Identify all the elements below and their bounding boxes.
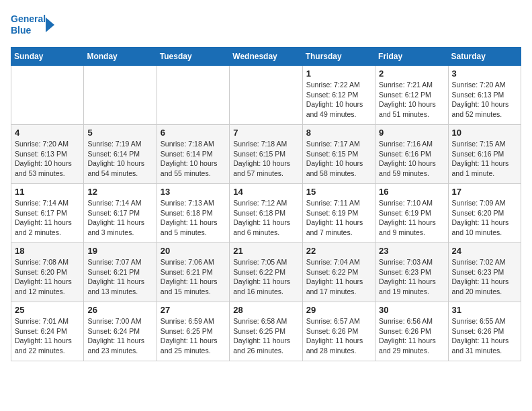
day-info: Sunrise: 7:20 AMSunset: 6:13 PMDaylight:… bbox=[452, 80, 517, 120]
calendar-cell: 19Sunrise: 7:07 AMSunset: 6:21 PMDayligh… bbox=[84, 243, 157, 302]
header-cell-saturday: Saturday bbox=[448, 48, 521, 66]
day-info: Sunrise: 7:09 AMSunset: 6:20 PMDaylight:… bbox=[452, 198, 517, 238]
day-number: 15 bbox=[306, 187, 371, 197]
calendar-cell: 5Sunrise: 7:19 AMSunset: 6:14 PMDaylight… bbox=[84, 125, 157, 184]
day-number: 14 bbox=[233, 187, 298, 197]
calendar-cell: 31Sunrise: 6:55 AMSunset: 6:26 PMDayligh… bbox=[448, 302, 521, 361]
calendar-cell: 4Sunrise: 7:20 AMSunset: 6:13 PMDaylight… bbox=[11, 125, 84, 184]
calendar-cell: 17Sunrise: 7:09 AMSunset: 6:20 PMDayligh… bbox=[448, 184, 521, 243]
day-info: Sunrise: 7:16 AMSunset: 6:16 PMDaylight:… bbox=[379, 139, 444, 179]
day-number: 30 bbox=[379, 305, 444, 315]
day-info: Sunrise: 7:14 AMSunset: 6:17 PMDaylight:… bbox=[15, 198, 80, 238]
calendar-body: 1Sunrise: 7:22 AMSunset: 6:12 PMDaylight… bbox=[11, 66, 521, 361]
day-info: Sunrise: 7:14 AMSunset: 6:17 PMDaylight:… bbox=[87, 198, 152, 238]
calendar-cell: 13Sunrise: 7:13 AMSunset: 6:18 PMDayligh… bbox=[157, 184, 229, 243]
day-info: Sunrise: 7:03 AMSunset: 6:23 PMDaylight:… bbox=[379, 257, 444, 297]
calendar-cell: 14Sunrise: 7:12 AMSunset: 6:18 PMDayligh… bbox=[230, 184, 302, 243]
svg-text:Blue: Blue bbox=[11, 25, 32, 36]
day-info: Sunrise: 7:18 AMSunset: 6:14 PMDaylight:… bbox=[161, 139, 226, 179]
calendar-cell: 16Sunrise: 7:10 AMSunset: 6:19 PMDayligh… bbox=[375, 184, 448, 243]
calendar-cell: 18Sunrise: 7:08 AMSunset: 6:20 PMDayligh… bbox=[11, 243, 84, 302]
day-info: Sunrise: 7:15 AMSunset: 6:16 PMDaylight:… bbox=[452, 139, 517, 179]
svg-text:General: General bbox=[11, 13, 46, 24]
day-number: 20 bbox=[161, 246, 226, 256]
day-number: 6 bbox=[161, 128, 226, 138]
page-header: GeneralBlue bbox=[11, 11, 521, 39]
day-info: Sunrise: 7:20 AMSunset: 6:13 PMDaylight:… bbox=[15, 139, 80, 179]
calendar-cell: 25Sunrise: 7:01 AMSunset: 6:24 PMDayligh… bbox=[11, 302, 84, 361]
day-number: 1 bbox=[306, 68, 371, 79]
day-info: Sunrise: 7:17 AMSunset: 6:15 PMDaylight:… bbox=[306, 139, 371, 179]
day-info: Sunrise: 7:01 AMSunset: 6:24 PMDaylight:… bbox=[15, 316, 80, 356]
calendar-cell: 21Sunrise: 7:05 AMSunset: 6:22 PMDayligh… bbox=[230, 243, 302, 302]
day-number: 12 bbox=[87, 187, 152, 197]
day-number: 19 bbox=[87, 246, 152, 256]
day-number: 16 bbox=[379, 187, 444, 197]
day-number: 8 bbox=[306, 128, 371, 138]
calendar-cell: 30Sunrise: 6:56 AMSunset: 6:26 PMDayligh… bbox=[375, 302, 448, 361]
calendar-table: SundayMondayTuesdayWednesdayThursdayFrid… bbox=[11, 47, 521, 361]
day-number: 24 bbox=[452, 246, 517, 256]
day-number: 21 bbox=[233, 246, 298, 256]
day-number: 22 bbox=[306, 246, 371, 256]
calendar-cell: 10Sunrise: 7:15 AMSunset: 6:16 PMDayligh… bbox=[448, 125, 521, 184]
day-number: 31 bbox=[452, 305, 517, 315]
header-cell-monday: Monday bbox=[84, 48, 157, 66]
day-info: Sunrise: 7:08 AMSunset: 6:20 PMDaylight:… bbox=[15, 257, 80, 297]
calendar-cell: 3Sunrise: 7:20 AMSunset: 6:13 PMDaylight… bbox=[448, 66, 521, 125]
day-number: 13 bbox=[161, 187, 226, 197]
day-info: Sunrise: 7:02 AMSunset: 6:23 PMDaylight:… bbox=[452, 257, 517, 297]
day-info: Sunrise: 7:19 AMSunset: 6:14 PMDaylight:… bbox=[87, 139, 152, 179]
calendar-cell: 29Sunrise: 6:57 AMSunset: 6:26 PMDayligh… bbox=[302, 302, 375, 361]
day-number: 10 bbox=[452, 128, 517, 138]
logo-svg: GeneralBlue bbox=[11, 11, 58, 39]
day-info: Sunrise: 7:06 AMSunset: 6:21 PMDaylight:… bbox=[161, 257, 226, 297]
calendar-cell: 22Sunrise: 7:04 AMSunset: 6:22 PMDayligh… bbox=[302, 243, 375, 302]
calendar-cell bbox=[84, 66, 157, 125]
day-number: 26 bbox=[87, 305, 152, 315]
calendar-cell: 7Sunrise: 7:18 AMSunset: 6:15 PMDaylight… bbox=[230, 125, 302, 184]
day-info: Sunrise: 7:10 AMSunset: 6:19 PMDaylight:… bbox=[379, 198, 444, 238]
calendar-cell: 1Sunrise: 7:22 AMSunset: 6:12 PMDaylight… bbox=[302, 66, 375, 125]
calendar-header: SundayMondayTuesdayWednesdayThursdayFrid… bbox=[11, 48, 521, 66]
day-info: Sunrise: 7:13 AMSunset: 6:18 PMDaylight:… bbox=[161, 198, 226, 238]
calendar-cell: 24Sunrise: 7:02 AMSunset: 6:23 PMDayligh… bbox=[448, 243, 521, 302]
calendar-cell: 28Sunrise: 6:58 AMSunset: 6:25 PMDayligh… bbox=[230, 302, 302, 361]
day-number: 3 bbox=[452, 68, 517, 79]
header-cell-wednesday: Wednesday bbox=[230, 48, 302, 66]
day-info: Sunrise: 6:57 AMSunset: 6:26 PMDaylight:… bbox=[306, 316, 371, 356]
calendar-cell: 2Sunrise: 7:21 AMSunset: 6:12 PMDaylight… bbox=[375, 66, 448, 125]
day-number: 7 bbox=[233, 128, 298, 138]
logo: GeneralBlue bbox=[11, 11, 58, 39]
calendar-cell: 23Sunrise: 7:03 AMSunset: 6:23 PMDayligh… bbox=[375, 243, 448, 302]
day-number: 23 bbox=[379, 246, 444, 256]
day-info: Sunrise: 7:12 AMSunset: 6:18 PMDaylight:… bbox=[233, 198, 298, 238]
calendar-cell bbox=[11, 66, 84, 125]
calendar-week-4: 18Sunrise: 7:08 AMSunset: 6:20 PMDayligh… bbox=[11, 243, 521, 302]
calendar-week-5: 25Sunrise: 7:01 AMSunset: 6:24 PMDayligh… bbox=[11, 302, 521, 361]
calendar-cell: 12Sunrise: 7:14 AMSunset: 6:17 PMDayligh… bbox=[84, 184, 157, 243]
day-info: Sunrise: 6:59 AMSunset: 6:25 PMDaylight:… bbox=[161, 316, 226, 356]
header-cell-thursday: Thursday bbox=[302, 48, 375, 66]
day-info: Sunrise: 7:22 AMSunset: 6:12 PMDaylight:… bbox=[306, 80, 371, 120]
svg-marker-2 bbox=[46, 17, 54, 32]
day-info: Sunrise: 7:04 AMSunset: 6:22 PMDaylight:… bbox=[306, 257, 371, 297]
day-number: 2 bbox=[379, 68, 444, 79]
day-number: 25 bbox=[15, 305, 80, 315]
day-number: 17 bbox=[452, 187, 517, 197]
day-number: 29 bbox=[306, 305, 371, 315]
day-info: Sunrise: 6:56 AMSunset: 6:26 PMDaylight:… bbox=[379, 316, 444, 356]
calendar-cell: 20Sunrise: 7:06 AMSunset: 6:21 PMDayligh… bbox=[157, 243, 229, 302]
day-number: 5 bbox=[87, 128, 152, 138]
calendar-week-2: 4Sunrise: 7:20 AMSunset: 6:13 PMDaylight… bbox=[11, 125, 521, 184]
day-info: Sunrise: 6:55 AMSunset: 6:26 PMDaylight:… bbox=[452, 316, 517, 356]
calendar-cell bbox=[157, 66, 229, 125]
day-number: 27 bbox=[161, 305, 226, 315]
day-number: 28 bbox=[233, 305, 298, 315]
calendar-week-1: 1Sunrise: 7:22 AMSunset: 6:12 PMDaylight… bbox=[11, 66, 521, 125]
day-info: Sunrise: 7:05 AMSunset: 6:22 PMDaylight:… bbox=[233, 257, 298, 297]
day-number: 9 bbox=[379, 128, 444, 138]
calendar-cell: 26Sunrise: 7:00 AMSunset: 6:24 PMDayligh… bbox=[84, 302, 157, 361]
day-info: Sunrise: 6:58 AMSunset: 6:25 PMDaylight:… bbox=[233, 316, 298, 356]
calendar-cell: 15Sunrise: 7:11 AMSunset: 6:19 PMDayligh… bbox=[302, 184, 375, 243]
